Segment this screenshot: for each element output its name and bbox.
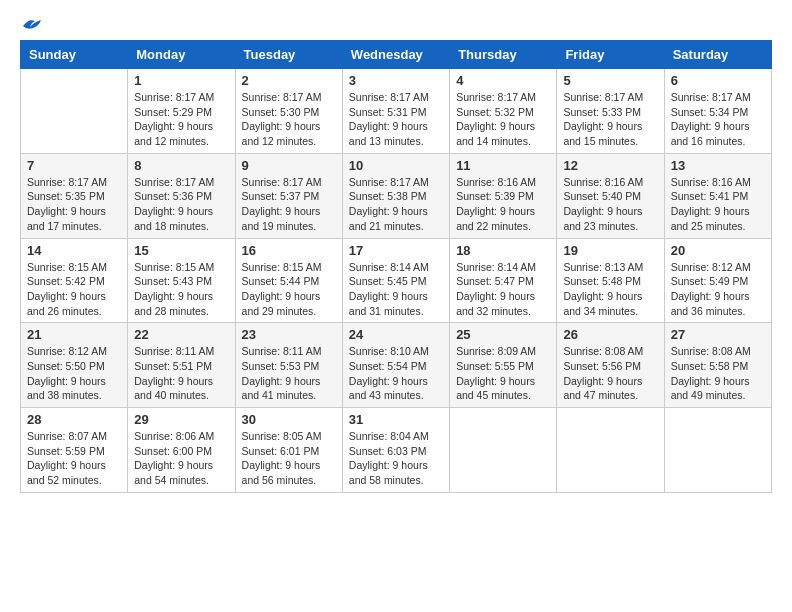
- calendar-cell: [450, 408, 557, 493]
- calendar-cell: 17 Sunrise: 8:14 AM Sunset: 5:45 PM Dayl…: [342, 238, 449, 323]
- calendar-cell: 4 Sunrise: 8:17 AM Sunset: 5:32 PM Dayli…: [450, 69, 557, 154]
- day-info: Sunrise: 8:15 AM Sunset: 5:44 PM Dayligh…: [242, 260, 336, 319]
- calendar-cell: 5 Sunrise: 8:17 AM Sunset: 5:33 PM Dayli…: [557, 69, 664, 154]
- daylight-text: Daylight: 9 hours and 19 minutes.: [242, 204, 336, 233]
- day-info: Sunrise: 8:16 AM Sunset: 5:40 PM Dayligh…: [563, 175, 657, 234]
- sunrise-text: Sunrise: 8:15 AM: [242, 260, 336, 275]
- weekday-header-sunday: Sunday: [21, 41, 128, 69]
- daylight-text: Daylight: 9 hours and 43 minutes.: [349, 374, 443, 403]
- sunset-text: Sunset: 5:55 PM: [456, 359, 550, 374]
- day-info: Sunrise: 8:08 AM Sunset: 5:56 PM Dayligh…: [563, 344, 657, 403]
- day-info: Sunrise: 8:04 AM Sunset: 6:03 PM Dayligh…: [349, 429, 443, 488]
- day-number: 27: [671, 327, 765, 342]
- calendar-cell: 1 Sunrise: 8:17 AM Sunset: 5:29 PM Dayli…: [128, 69, 235, 154]
- day-info: Sunrise: 8:17 AM Sunset: 5:33 PM Dayligh…: [563, 90, 657, 149]
- calendar-cell: 18 Sunrise: 8:14 AM Sunset: 5:47 PM Dayl…: [450, 238, 557, 323]
- sunrise-text: Sunrise: 8:06 AM: [134, 429, 228, 444]
- sunrise-text: Sunrise: 8:17 AM: [349, 175, 443, 190]
- day-info: Sunrise: 8:14 AM Sunset: 5:47 PM Dayligh…: [456, 260, 550, 319]
- sunset-text: Sunset: 5:42 PM: [27, 274, 121, 289]
- calendar-cell: 8 Sunrise: 8:17 AM Sunset: 5:36 PM Dayli…: [128, 153, 235, 238]
- calendar-cell: [21, 69, 128, 154]
- day-number: 17: [349, 243, 443, 258]
- day-info: Sunrise: 8:17 AM Sunset: 5:37 PM Dayligh…: [242, 175, 336, 234]
- calendar-week-row: 1 Sunrise: 8:17 AM Sunset: 5:29 PM Dayli…: [21, 69, 772, 154]
- day-info: Sunrise: 8:13 AM Sunset: 5:48 PM Dayligh…: [563, 260, 657, 319]
- sunrise-text: Sunrise: 8:14 AM: [456, 260, 550, 275]
- day-number: 11: [456, 158, 550, 173]
- day-info: Sunrise: 8:11 AM Sunset: 5:53 PM Dayligh…: [242, 344, 336, 403]
- sunset-text: Sunset: 5:36 PM: [134, 189, 228, 204]
- daylight-text: Daylight: 9 hours and 38 minutes.: [27, 374, 121, 403]
- calendar-cell: 16 Sunrise: 8:15 AM Sunset: 5:44 PM Dayl…: [235, 238, 342, 323]
- day-info: Sunrise: 8:17 AM Sunset: 5:34 PM Dayligh…: [671, 90, 765, 149]
- sunset-text: Sunset: 5:40 PM: [563, 189, 657, 204]
- day-number: 13: [671, 158, 765, 173]
- sunrise-text: Sunrise: 8:12 AM: [671, 260, 765, 275]
- sunrise-text: Sunrise: 8:17 AM: [27, 175, 121, 190]
- day-number: 20: [671, 243, 765, 258]
- calendar-cell: 20 Sunrise: 8:12 AM Sunset: 5:49 PM Dayl…: [664, 238, 771, 323]
- day-number: 26: [563, 327, 657, 342]
- daylight-text: Daylight: 9 hours and 49 minutes.: [671, 374, 765, 403]
- sunrise-text: Sunrise: 8:14 AM: [349, 260, 443, 275]
- calendar-cell: 10 Sunrise: 8:17 AM Sunset: 5:38 PM Dayl…: [342, 153, 449, 238]
- sunset-text: Sunset: 5:50 PM: [27, 359, 121, 374]
- sunrise-text: Sunrise: 8:08 AM: [671, 344, 765, 359]
- day-info: Sunrise: 8:17 AM Sunset: 5:31 PM Dayligh…: [349, 90, 443, 149]
- sunrise-text: Sunrise: 8:04 AM: [349, 429, 443, 444]
- day-number: 19: [563, 243, 657, 258]
- daylight-text: Daylight: 9 hours and 36 minutes.: [671, 289, 765, 318]
- day-number: 9: [242, 158, 336, 173]
- sunrise-text: Sunrise: 8:15 AM: [27, 260, 121, 275]
- sunrise-text: Sunrise: 8:17 AM: [134, 175, 228, 190]
- day-number: 6: [671, 73, 765, 88]
- daylight-text: Daylight: 9 hours and 34 minutes.: [563, 289, 657, 318]
- daylight-text: Daylight: 9 hours and 12 minutes.: [134, 119, 228, 148]
- day-number: 16: [242, 243, 336, 258]
- sunset-text: Sunset: 5:34 PM: [671, 105, 765, 120]
- day-info: Sunrise: 8:17 AM Sunset: 5:30 PM Dayligh…: [242, 90, 336, 149]
- day-number: 7: [27, 158, 121, 173]
- daylight-text: Daylight: 9 hours and 14 minutes.: [456, 119, 550, 148]
- daylight-text: Daylight: 9 hours and 15 minutes.: [563, 119, 657, 148]
- daylight-text: Daylight: 9 hours and 41 minutes.: [242, 374, 336, 403]
- daylight-text: Daylight: 9 hours and 40 minutes.: [134, 374, 228, 403]
- day-info: Sunrise: 8:06 AM Sunset: 6:00 PM Dayligh…: [134, 429, 228, 488]
- calendar-cell: 25 Sunrise: 8:09 AM Sunset: 5:55 PM Dayl…: [450, 323, 557, 408]
- sunset-text: Sunset: 5:31 PM: [349, 105, 443, 120]
- sunset-text: Sunset: 5:39 PM: [456, 189, 550, 204]
- page-header: [20, 20, 772, 30]
- sunset-text: Sunset: 5:51 PM: [134, 359, 228, 374]
- sunset-text: Sunset: 5:32 PM: [456, 105, 550, 120]
- sunrise-text: Sunrise: 8:16 AM: [563, 175, 657, 190]
- day-info: Sunrise: 8:05 AM Sunset: 6:01 PM Dayligh…: [242, 429, 336, 488]
- calendar-cell: 13 Sunrise: 8:16 AM Sunset: 5:41 PM Dayl…: [664, 153, 771, 238]
- daylight-text: Daylight: 9 hours and 56 minutes.: [242, 458, 336, 487]
- sunrise-text: Sunrise: 8:11 AM: [134, 344, 228, 359]
- daylight-text: Daylight: 9 hours and 12 minutes.: [242, 119, 336, 148]
- calendar-cell: 24 Sunrise: 8:10 AM Sunset: 5:54 PM Dayl…: [342, 323, 449, 408]
- calendar-cell: 12 Sunrise: 8:16 AM Sunset: 5:40 PM Dayl…: [557, 153, 664, 238]
- day-number: 5: [563, 73, 657, 88]
- daylight-text: Daylight: 9 hours and 58 minutes.: [349, 458, 443, 487]
- weekday-header-thursday: Thursday: [450, 41, 557, 69]
- daylight-text: Daylight: 9 hours and 29 minutes.: [242, 289, 336, 318]
- day-number: 23: [242, 327, 336, 342]
- sunrise-text: Sunrise: 8:13 AM: [563, 260, 657, 275]
- day-info: Sunrise: 8:15 AM Sunset: 5:43 PM Dayligh…: [134, 260, 228, 319]
- day-number: 30: [242, 412, 336, 427]
- sunset-text: Sunset: 5:53 PM: [242, 359, 336, 374]
- day-number: 2: [242, 73, 336, 88]
- sunrise-text: Sunrise: 8:17 AM: [563, 90, 657, 105]
- day-info: Sunrise: 8:12 AM Sunset: 5:49 PM Dayligh…: [671, 260, 765, 319]
- sunset-text: Sunset: 5:48 PM: [563, 274, 657, 289]
- day-number: 8: [134, 158, 228, 173]
- sunrise-text: Sunrise: 8:11 AM: [242, 344, 336, 359]
- calendar-cell: 14 Sunrise: 8:15 AM Sunset: 5:42 PM Dayl…: [21, 238, 128, 323]
- calendar-cell: 22 Sunrise: 8:11 AM Sunset: 5:51 PM Dayl…: [128, 323, 235, 408]
- sunrise-text: Sunrise: 8:08 AM: [563, 344, 657, 359]
- sunset-text: Sunset: 6:01 PM: [242, 444, 336, 459]
- calendar-cell: 23 Sunrise: 8:11 AM Sunset: 5:53 PM Dayl…: [235, 323, 342, 408]
- daylight-text: Daylight: 9 hours and 47 minutes.: [563, 374, 657, 403]
